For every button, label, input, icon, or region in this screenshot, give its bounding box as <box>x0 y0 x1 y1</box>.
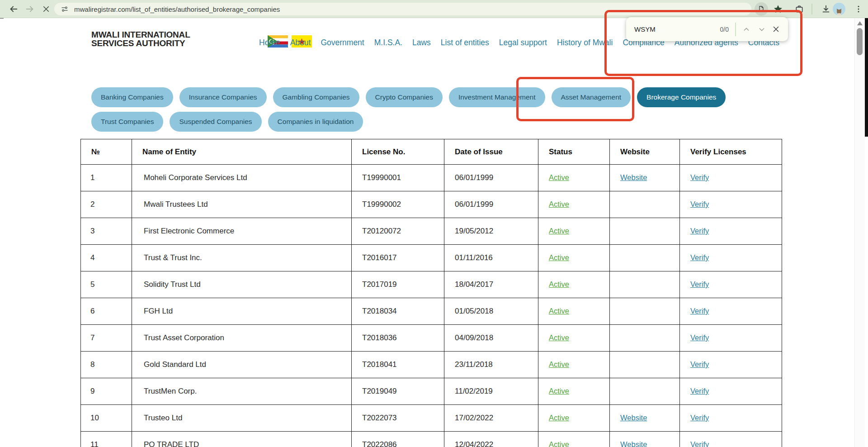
profile-avatar[interactable] <box>833 3 845 15</box>
filter-tab[interactable]: Asset Management <box>552 87 631 107</box>
cell-verify: Verify <box>680 218 782 245</box>
verify-link[interactable]: Verify <box>690 253 709 262</box>
nav-link[interactable]: Government <box>321 38 364 48</box>
forward-button[interactable] <box>23 2 37 16</box>
website-link[interactable]: Website <box>620 440 647 447</box>
status-active-link[interactable]: Active <box>549 200 569 208</box>
nav-link[interactable]: Laws <box>412 38 431 48</box>
cell-number: 2 <box>81 191 132 218</box>
status-active-link[interactable]: Active <box>549 307 569 315</box>
status-active-link[interactable]: Active <box>549 173 569 181</box>
chevron-down-icon <box>758 26 765 33</box>
cell-license: T19990002 <box>352 191 444 218</box>
website-link[interactable]: Website <box>620 414 647 422</box>
find-close-button[interactable] <box>772 25 780 33</box>
cell-website <box>610 218 680 245</box>
scrollbar-thumb[interactable] <box>857 28 863 55</box>
nav-link[interactable]: List of entities <box>441 38 489 48</box>
cell-website <box>610 271 680 298</box>
nav-link[interactable]: M.I.S.A. <box>374 38 402 48</box>
verify-link[interactable]: Verify <box>690 360 709 368</box>
cell-status: Active <box>538 352 610 378</box>
status-active-link[interactable]: Active <box>549 440 569 447</box>
status-active-link[interactable]: Active <box>549 360 569 368</box>
status-active-link[interactable]: Active <box>549 280 569 288</box>
table-row: 10 Trusteo Ltd T2022073 17/02/2022 Activ… <box>81 405 782 432</box>
verify-link[interactable]: Verify <box>690 440 709 447</box>
bookmark-star-button[interactable] <box>771 2 785 16</box>
nav-link[interactable]: History of Mwali <box>557 38 613 48</box>
cell-status: Active <box>538 325 610 352</box>
cell-status: Active <box>538 298 610 325</box>
cell-verify: Verify <box>680 245 782 271</box>
reading-mode-button[interactable] <box>755 2 768 16</box>
verify-link[interactable]: Verify <box>690 227 709 235</box>
verify-link[interactable]: Verify <box>690 414 709 422</box>
cell-status: Active <box>538 218 610 245</box>
nav-link[interactable]: About <box>290 38 311 48</box>
bookmark-star-icon <box>773 4 783 14</box>
cell-date: 01/11/2016 <box>444 245 538 271</box>
find-match-count: 0/0 <box>720 26 729 33</box>
cell-website: Website <box>610 432 680 447</box>
filter-tab[interactable]: Crypto Companies <box>366 87 443 107</box>
nav-link[interactable]: Home <box>259 38 280 48</box>
save-to-collection-button[interactable] <box>793 2 806 16</box>
cell-license: T2019049 <box>352 378 444 405</box>
filter-tab[interactable]: Insurance Companies <box>179 87 267 107</box>
cell-verify: Verify <box>680 432 782 447</box>
toolbar-divider <box>811 4 812 14</box>
verify-link[interactable]: Verify <box>690 387 709 395</box>
scrollbar-track[interactable] <box>854 19 865 447</box>
table-row: 1 Moheli Corporate Services Ltd T1999000… <box>81 165 782 191</box>
find-previous-button[interactable] <box>743 26 750 33</box>
verify-link[interactable]: Verify <box>690 200 709 208</box>
status-active-link[interactable]: Active <box>549 227 569 235</box>
filter-tab[interactable]: Brokerage Companies <box>637 87 726 107</box>
status-active-link[interactable]: Active <box>549 387 569 395</box>
cell-date: 12/04/2022 <box>444 432 538 447</box>
cell-number: 10 <box>81 405 132 432</box>
back-button[interactable] <box>7 2 20 16</box>
verify-link[interactable]: Verify <box>690 307 709 315</box>
filter-tab[interactable]: Suspended Companies <box>170 112 261 132</box>
cell-license: T19990001 <box>352 165 444 191</box>
cell-entity-name: PO TRADE LTD <box>132 432 352 447</box>
cell-license: T2018034 <box>352 298 444 325</box>
cell-date: 06/01/1999 <box>444 191 538 218</box>
downloads-button[interactable] <box>819 2 833 16</box>
status-active-link[interactable]: Active <box>549 414 569 422</box>
verify-link[interactable]: Verify <box>690 333 709 342</box>
find-next-button[interactable] <box>758 26 765 33</box>
verify-link[interactable]: Verify <box>690 173 709 181</box>
filter-tab[interactable]: Gambling Companies <box>273 87 359 107</box>
scrollbar-up-arrow[interactable] <box>857 21 863 25</box>
status-active-link[interactable]: Active <box>549 253 569 262</box>
find-query-input[interactable] <box>634 25 702 33</box>
cell-verify: Verify <box>680 405 782 432</box>
website-link[interactable]: Website <box>620 173 647 181</box>
address-bar[interactable]: mwaliregistrar.com/list_of_entities/auth… <box>54 3 751 15</box>
cell-website <box>610 298 680 325</box>
table-row: 6 FGH Ltd T2018034 01/05/2018 Active Ver… <box>81 298 782 325</box>
status-active-link[interactable]: Active <box>549 333 569 342</box>
cell-website <box>610 245 680 271</box>
table-row: 9 TrustMen Corp. T2019049 11/02/2019 Act… <box>81 378 782 405</box>
reading-page-icon <box>758 5 765 13</box>
filter-tab[interactable]: Banking Companies <box>91 87 173 107</box>
stop-loading-button[interactable] <box>39 2 53 16</box>
filter-tab[interactable]: Investment Management <box>449 87 545 107</box>
browser-menu-button[interactable] <box>852 2 865 16</box>
cell-date: 19/05/2012 <box>444 218 538 245</box>
cell-entity-name: Gold Standard Ltd <box>132 352 352 378</box>
cell-date: 06/01/1999 <box>444 165 538 191</box>
cell-date: 18/04/2017 <box>444 271 538 298</box>
cell-status: Active <box>538 405 610 432</box>
nav-link[interactable]: Legal support <box>499 38 547 48</box>
filter-tab[interactable]: Companies in liquidation <box>268 112 363 132</box>
filter-tab[interactable]: Trust Companies <box>91 112 163 132</box>
cell-number: 5 <box>81 271 132 298</box>
screen-edge-strip <box>865 13 868 137</box>
cell-entity-name: Trust Asset Corporation <box>132 325 352 352</box>
verify-link[interactable]: Verify <box>690 280 709 288</box>
